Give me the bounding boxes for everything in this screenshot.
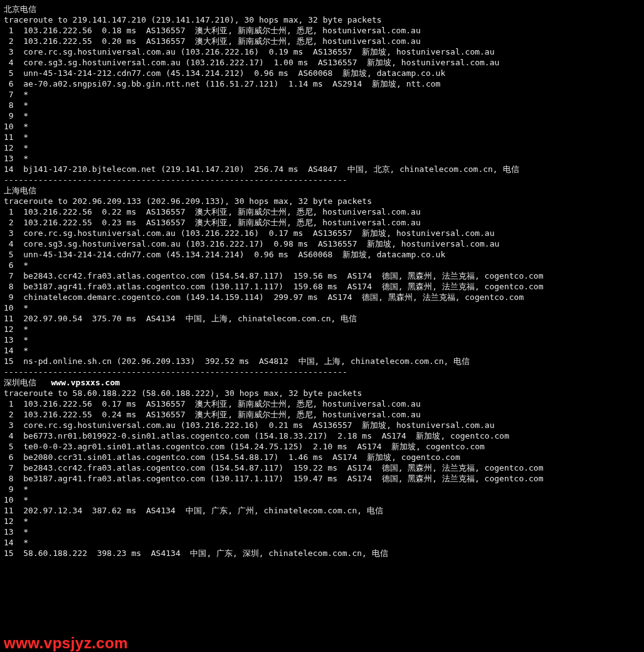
trace-hop: 14 bj141-147-210.bjtelecom.net (219.141.… (4, 164, 640, 174)
trace-hop: 5 unn-45-134-214-214.cdn77.com (45.134.2… (4, 249, 640, 260)
hop-body: * (14, 538, 28, 547)
hop-number: 10 (4, 494, 14, 505)
trace-hop: 11 202.97.90.54 375.70 ms AS4134 中国, 上海,… (4, 313, 640, 324)
trace-hop: 13 * (4, 153, 640, 164)
hop-number: 5 (4, 249, 14, 260)
trace-hop: 15 58.60.188.222 398.23 ms AS4134 中国, 广东… (4, 548, 640, 558)
trace-hop: 10 * (4, 494, 640, 505)
trace-hop: 10 * (4, 121, 640, 132)
hop-number: 6 (4, 452, 14, 462)
trace-title-text: 深圳电信 (4, 378, 36, 387)
hop-body: * (14, 324, 28, 334)
hop-number: 2 (4, 409, 14, 420)
trace-hop: 15 ns-pd.online.sh.cn (202.96.209.133) 3… (4, 356, 640, 366)
trace-header: traceroute to 58.60.188.222 (58.60.188.2… (4, 388, 640, 398)
hop-number: 8 (4, 281, 14, 292)
trace-hop: 5 te0-0-0-23.agr01.sin01.atlas.cogentco.… (4, 441, 640, 452)
trace-title: 上海电信 (4, 185, 640, 196)
trace-hop: 7 be2843.ccr42.fra03.atlas.cogentco.com … (4, 270, 640, 281)
hop-body: 202.97.12.34 387.62 ms AS4134 中国, 广东, 广州… (14, 506, 383, 515)
hop-number: 9 (4, 292, 14, 302)
hop-number: 9 (4, 484, 14, 494)
trace-hop: 3 core.rc.sg.hostuniversal.com.au (103.2… (4, 420, 640, 430)
hop-body: * (14, 143, 28, 152)
hop-body: 58.60.188.222 398.23 ms AS4134 中国, 广东, 深… (14, 548, 388, 558)
trace-title-text: 上海电信 (4, 186, 36, 195)
trace-hop: 1 103.216.222.56 0.18 ms AS136557 澳大利亚, … (4, 25, 640, 36)
hop-number: 11 (4, 505, 14, 516)
trace-hop: 5 unn-45-134-214-212.cdn77.com (45.134.2… (4, 68, 640, 78)
trace-title: 深圳电信 www.vpsxxs.com (4, 377, 640, 388)
trace-title-text: 北京电信 (4, 4, 36, 14)
watermark-inline: www.vpsxxs.com (36, 378, 120, 387)
hop-body: 103.216.222.55 0.20 ms AS136557 澳大利亚, 新南… (14, 36, 421, 46)
hop-body: te0-0-0-23.agr01.sin01.atlas.cogentco.co… (14, 442, 485, 451)
hop-body: ns-pd.online.sh.cn (202.96.209.133) 392.… (14, 356, 470, 366)
trace-hop: 13 * (4, 334, 640, 345)
hop-number: 7 (4, 89, 14, 100)
trace-hop: 14 * (4, 537, 640, 548)
trace-hop: 8 * (4, 100, 640, 110)
hop-number: 5 (4, 68, 14, 78)
trace-hop: 11 202.97.12.34 387.62 ms AS4134 中国, 广东,… (4, 505, 640, 516)
hop-body: * (14, 346, 28, 355)
trace-hop: 10 * (4, 302, 640, 313)
hop-body: * (14, 100, 28, 110)
hop-body: be2843.ccr42.fra03.atlas.cogentco.com (1… (14, 271, 544, 281)
hop-number: 14 (4, 164, 14, 174)
hop-number: 3 (4, 228, 14, 238)
hop-number: 2 (4, 36, 14, 46)
hop-number: 1 (4, 206, 14, 217)
hop-body: 103.216.222.55 0.23 ms AS136557 澳大利亚, 新南… (14, 218, 421, 227)
hop-number: 9 (4, 110, 14, 121)
hop-body: 202.97.90.54 375.70 ms AS4134 中国, 上海, ch… (14, 314, 357, 323)
separator-line: ----------------------------------------… (4, 366, 640, 377)
trace-hop: 14 * (4, 345, 640, 356)
hop-number: 11 (4, 313, 14, 324)
hop-body: 103.216.222.56 0.17 ms AS136557 澳大利亚, 新南… (14, 399, 421, 409)
hop-body: core.rc.sg.hostuniversal.com.au (103.216… (14, 228, 495, 238)
hop-body: chinatelecom.demarc.cogentco.com (149.14… (14, 292, 524, 302)
hop-number: 6 (4, 78, 14, 89)
hop-number: 15 (4, 356, 14, 366)
trace-hop: 4 be6773.nr01.b019922-0.sin01.atlas.coge… (4, 430, 640, 441)
hop-number: 14 (4, 537, 14, 548)
trace-hop: 12 * (4, 142, 640, 153)
hop-body: ae-70.a02.sngpsi07.sg.bb.gin.ntt.net (11… (14, 79, 441, 88)
hop-number: 3 (4, 420, 14, 430)
hop-body: * (14, 122, 28, 131)
hop-body: * (14, 132, 28, 142)
hop-number: 10 (4, 302, 14, 313)
trace-header: traceroute to 219.141.147.210 (219.141.1… (4, 14, 640, 25)
hop-number: 8 (4, 473, 14, 484)
trace-hop: 2 103.216.222.55 0.24 ms AS136557 澳大利亚, … (4, 409, 640, 420)
hop-body: core.sg3.sg.hostuniversal.com.au (103.21… (14, 58, 500, 67)
trace-hop: 1 103.216.222.56 0.22 ms AS136557 澳大利亚, … (4, 206, 640, 217)
hop-body: be3187.agr41.fra03.atlas.cogentco.com (1… (14, 282, 544, 291)
trace-hop: 2 103.216.222.55 0.20 ms AS136557 澳大利亚, … (4, 36, 640, 46)
hop-body: * (14, 303, 28, 313)
hop-number: 6 (4, 260, 14, 270)
hop-number: 15 (4, 548, 14, 558)
hop-body: 103.216.222.56 0.22 ms AS136557 澳大利亚, 新南… (14, 207, 421, 216)
hop-body: * (14, 516, 28, 526)
hop-number: 7 (4, 270, 14, 281)
hop-number: 4 (4, 238, 14, 249)
trace-hop: 4 core.sg3.sg.hostuniversal.com.au (103.… (4, 238, 640, 249)
trace-hop: 8 be3187.agr41.fra03.atlas.cogentco.com … (4, 473, 640, 484)
hop-body: * (14, 90, 28, 99)
terminal-output: 北京电信traceroute to 219.141.147.210 (219.1… (0, 0, 644, 566)
hop-body: * (14, 527, 28, 537)
trace-hop: 12 * (4, 324, 640, 334)
hop-body: be6773.nr01.b019922-0.sin01.atlas.cogent… (14, 431, 509, 441)
trace-title: 北京电信 (4, 4, 640, 14)
hop-body: core.sg3.sg.hostuniversal.com.au (103.21… (14, 239, 500, 249)
hop-body: 103.216.222.55 0.24 ms AS136557 澳大利亚, 新南… (14, 410, 421, 419)
hop-number: 10 (4, 121, 14, 132)
hop-body: unn-45-134-214-212.cdn77.com (45.134.214… (14, 68, 446, 78)
trace-hop: 7 be2843.ccr42.fra03.atlas.cogentco.com … (4, 462, 640, 473)
hop-number: 1 (4, 25, 14, 36)
trace-hop: 6 ae-70.a02.sngpsi07.sg.bb.gin.ntt.net (… (4, 78, 640, 89)
hop-number: 12 (4, 516, 14, 526)
trace-hop: 1 103.216.222.56 0.17 ms AS136557 澳大利亚, … (4, 398, 640, 409)
